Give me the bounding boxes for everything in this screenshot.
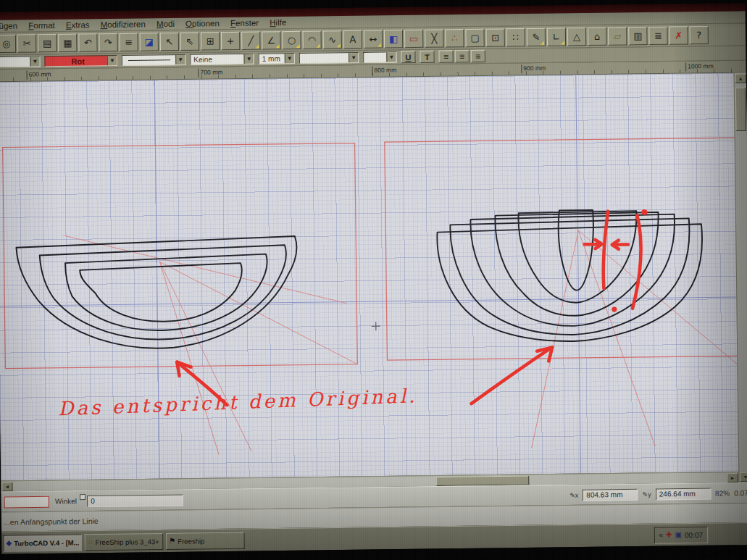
ruler-label-600-mm: 600 mm — [27, 70, 51, 79]
scroll-right-icon[interactable]: ► — [727, 473, 738, 482]
rectangle-button[interactable]: ▭ — [404, 29, 423, 47]
group-button[interactable]: ▢ — [465, 28, 484, 46]
ungroup-icon: ⊡ — [491, 33, 499, 42]
prompt-text: ...en Anfangspunkt der Linie — [4, 517, 99, 527]
coordinate-system-button[interactable]: ∟ — [547, 28, 566, 46]
construction-line-button[interactable]: ╳ — [425, 29, 443, 47]
polyline-button[interactable]: ∠ — [262, 31, 280, 49]
node-edit-button[interactable]: ∷ — [506, 28, 525, 46]
tray-network-icon[interactable]: ▣ — [675, 531, 682, 538]
menu-fenster[interactable]: Fenster — [230, 18, 259, 28]
copy-button[interactable]: ▤ — [38, 33, 57, 51]
ungroup-button[interactable]: ⊡ — [485, 28, 504, 46]
paste-special-button[interactable]: ◪ — [140, 33, 159, 51]
select-button[interactable]: ↖ — [160, 32, 179, 50]
menu-modi[interactable]: Modi — [157, 20, 175, 28]
y-coordinate-field[interactable]: 246.64 mm — [656, 488, 711, 500]
circle-button[interactable]: ○ — [282, 30, 301, 49]
circle-icon: ○ — [288, 35, 296, 44]
folder-button[interactable]: ▱ — [608, 27, 627, 45]
menu-modifizieren[interactable]: Modifizieren — [101, 20, 146, 29]
properties-table-icon: ⊞ — [206, 36, 214, 46]
measure-button[interactable]: ✎ — [527, 28, 546, 46]
font-size-dropdown[interactable]: ▼ — [363, 51, 396, 63]
cut-icon: ✂ — [23, 38, 31, 48]
aux-value: 0.07 — [734, 489, 747, 497]
undo-button[interactable]: ↶ — [78, 33, 97, 51]
pen-style-dropdown[interactable]: ▼ — [0, 56, 41, 67]
align-right-button[interactable]: ≡ — [471, 50, 485, 62]
curve-button[interactable]: ∿ — [323, 30, 342, 49]
layers-button[interactable]: ≣ — [648, 26, 667, 44]
cut-button[interactable]: ✂ — [17, 34, 36, 52]
scroll-left-icon[interactable]: ◄ — [1, 482, 12, 491]
paste-icon: ▦ — [63, 38, 72, 47]
x-coordinate-field[interactable]: 804.63 mm — [583, 488, 638, 501]
underline-button[interactable]: U — [401, 51, 415, 63]
text-button[interactable]: A — [343, 30, 362, 48]
vertical-scroll-thumb[interactable] — [735, 88, 746, 131]
taskbar-button-label: TurboCAD V.4 - [M... — [14, 538, 79, 547]
chevron-down-icon[interactable]: ▼ — [349, 53, 358, 62]
menu-format[interactable]: Format — [28, 21, 55, 30]
arc-button[interactable]: ◠ — [302, 30, 321, 49]
taskbar-button-freeship-plus-3-43[interactable]: ▱FreeShip plus 3_43+ — [85, 532, 164, 550]
redo-button[interactable]: ↷ — [99, 33, 117, 51]
crosshair-icon: + — [227, 35, 235, 45]
coordinate-system-icon: ∟ — [552, 32, 560, 41]
chevron-down-icon[interactable]: ▼ — [175, 55, 185, 64]
angle-value: 0 — [91, 497, 95, 505]
dimension-button[interactable]: ↔ — [364, 30, 383, 48]
pages-button[interactable]: ▥ — [628, 26, 647, 44]
pen-color-dropdown[interactable]: Rot ▼ — [44, 55, 117, 67]
crosshair-button[interactable]: + — [221, 31, 240, 49]
delete-button[interactable]: ✗ — [669, 26, 688, 44]
shape-button[interactable]: △ — [567, 28, 586, 46]
chevron-down-icon[interactable]: ▼ — [107, 56, 117, 65]
properties-table-button[interactable]: ⊞ — [201, 32, 220, 50]
drawing-canvas[interactable]: Das entspricht dem Original. — [0, 73, 747, 481]
angle-lock-checkbox[interactable] — [80, 494, 85, 500]
rectangle-icon: ▭ — [409, 33, 419, 43]
menu-optionen[interactable]: Optionen — [185, 19, 220, 28]
length-field[interactable] — [4, 496, 49, 508]
context-help-button[interactable]: ? — [690, 25, 709, 43]
construction-line-icon: ╳ — [431, 33, 437, 43]
line-style-dropdown[interactable]: ▼ — [122, 54, 186, 66]
scroll-up-icon[interactable]: ▲ — [735, 74, 746, 83]
text-tool-button[interactable]: T — [420, 51, 434, 63]
insert-point-button[interactable]: ∴ — [445, 29, 464, 47]
menu-einf-gen[interactable]: Einfügen — [0, 22, 17, 31]
paste-button[interactable]: ▦ — [58, 33, 77, 51]
chevron-down-icon[interactable]: ▼ — [243, 54, 253, 64]
send-to-back-button[interactable]: ≡ — [119, 33, 138, 51]
view-3d-button[interactable]: ⌂ — [588, 27, 606, 45]
line-width-dropdown[interactable]: 1 mm ▼ — [259, 53, 295, 64]
taskbar-button-turbocad-v-4-m[interactable]: ◆TurboCAD V.4 - [M... — [3, 534, 82, 551]
taskbar-button-freeship[interactable]: ⚑Freeship — [166, 532, 245, 549]
right-hull-body-plan — [437, 209, 704, 343]
chevron-down-icon[interactable]: ▼ — [30, 57, 39, 66]
fill-button[interactable]: ◧ — [384, 30, 403, 48]
fill-icon: ◧ — [389, 34, 398, 43]
scroll-down-icon[interactable]: ▼ — [740, 472, 747, 482]
tray-collapse-icon[interactable]: « — [659, 532, 663, 539]
y-coordinate-icon: ✎y — [643, 490, 651, 498]
font-dropdown[interactable]: ▼ — [299, 52, 359, 64]
menu-hilfe[interactable]: Hilfe — [270, 18, 286, 27]
hatch-dropdown[interactable]: Keine ▼ — [190, 54, 254, 65]
line-button[interactable]: ╱ — [241, 31, 260, 49]
shape-icon: △ — [573, 32, 580, 41]
select-add-button[interactable]: ⇖ — [180, 32, 199, 50]
chevron-down-icon[interactable]: ▼ — [285, 54, 294, 63]
tray-display-icon[interactable]: ✚ — [666, 531, 672, 538]
zoom-button[interactable]: ◎ — [0, 34, 16, 52]
ruler-label-800-mm: 800 mm — [372, 66, 396, 75]
menu-extras[interactable]: Extras — [66, 20, 90, 29]
delete-icon: ✗ — [675, 30, 683, 40]
align-left-button[interactable]: ≡ — [439, 50, 454, 62]
angle-field[interactable]: 0 — [87, 494, 183, 507]
align-center-button[interactable]: ≡ — [455, 50, 470, 62]
chevron-down-icon[interactable]: ▼ — [386, 52, 396, 62]
ruler-label-900-mm: 900 mm — [521, 64, 546, 73]
